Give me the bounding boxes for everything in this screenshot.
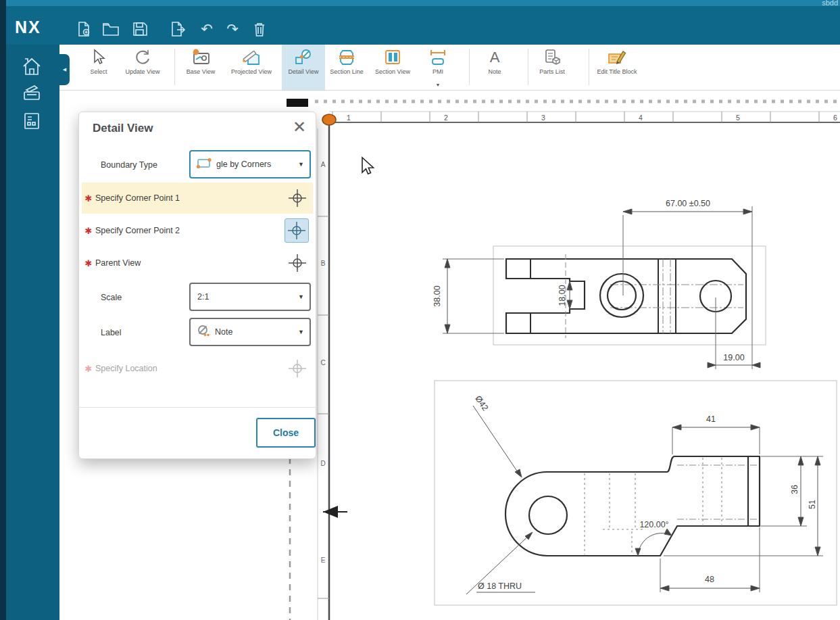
label-dropdown[interactable]: Note ▼ (189, 318, 311, 346)
pmi-dropdown-caret-icon[interactable]: ▼ (416, 82, 460, 87)
print-button[interactable] (20, 83, 43, 106)
ribbon-button-detail-view[interactable]: Detail View (282, 45, 325, 90)
view1-dimension-texts: 67.00 ±0.50 19.00 38.00 18.00 (433, 199, 745, 362)
ribbon-toolbar: Select Update View Base View (59, 45, 840, 91)
specify-corner-point-1-row[interactable]: ✱ Specify Corner Point 1 (82, 183, 313, 214)
ribbon-button-update-view[interactable]: Update View (121, 45, 164, 90)
export-icon (170, 21, 187, 37)
select-cursor-icon (77, 48, 120, 67)
boundary-type-label: Boundary Type (101, 160, 157, 170)
svg-text:D: D (320, 460, 325, 467)
view1-hidden-lines (566, 254, 743, 338)
note-label-icon (196, 324, 211, 340)
ribbon-button-base-view[interactable]: Base View (179, 45, 222, 90)
ribbon-button-section-view[interactable]: Section View (371, 45, 414, 90)
boundary-type-dropdown[interactable]: gle by Corners ▼ (189, 150, 311, 178)
svg-text:2: 2 (444, 114, 448, 122)
parts-list-icon (530, 48, 574, 67)
origin-point-marker[interactable] (322, 114, 336, 125)
trash-icon (252, 21, 267, 37)
crosshair-icon (289, 189, 306, 207)
detail-view-dialog: Detail View ✕ Boundary Type gle by Corne… (78, 112, 316, 459)
undo-button[interactable]: ↶ (197, 20, 216, 39)
view1-center-hole (608, 281, 636, 310)
ribbon-button-select[interactable]: Select (77, 45, 120, 90)
sheet-center-arrow (323, 506, 347, 518)
delete-button[interactable] (250, 20, 269, 39)
scale-label: Scale (101, 293, 122, 302)
zone-letters: A B C D E (320, 161, 325, 564)
dim-hole-callout: Ø 18 THRU (478, 581, 522, 591)
open-folder-icon (102, 21, 120, 37)
ribbon-button-parts-list[interactable]: Parts List (530, 45, 574, 90)
dropdown-caret-icon: ▼ (298, 161, 304, 168)
navigation-sidebar (0, 45, 59, 620)
ribbon-separator (469, 49, 470, 85)
view1-counterbore-circle (600, 274, 643, 317)
home-icon (21, 57, 43, 80)
export-button[interactable] (169, 20, 188, 39)
point-picker-button[interactable] (286, 187, 309, 210)
view1-dimension-lines (445, 209, 760, 368)
ribbon-separator (174, 49, 175, 85)
svg-text:1: 1 (347, 114, 351, 122)
dim-right-inner: 36 (790, 485, 799, 494)
ribbon-button-section-line[interactable]: Section Line (325, 45, 368, 90)
dim-slot: 18.00 (558, 285, 567, 306)
zone-ticks (318, 216, 329, 598)
pmi-icon (416, 48, 460, 67)
scale-value: 2:1 (197, 292, 298, 302)
ruler-ticks (332, 112, 819, 122)
save-button[interactable]: ▼ (130, 20, 149, 39)
view2-dimension-texts: 41 48 36 51 120.00° Ø42 Ø 18 THRU (473, 394, 817, 591)
redo-button[interactable]: ↷ (223, 20, 242, 39)
printer-icon (21, 83, 43, 106)
document-tag: sbdd (822, 0, 838, 7)
rectangle-by-corners-icon (196, 158, 212, 172)
specify-corner-point-2-row[interactable]: ✱ Specify Corner Point 2 (82, 215, 313, 246)
view1-part-outline[interactable] (506, 259, 746, 333)
specify-location-row: ✱ Specify Location (82, 353, 313, 384)
new-file-icon (76, 21, 92, 37)
svg-text:4: 4 (639, 114, 643, 122)
dim-right-outer: 51 (808, 500, 817, 509)
scale-dropdown[interactable]: 2:1 ▼ (189, 283, 311, 311)
ribbon-separator (589, 49, 589, 85)
ribbon-button-edit-title-block[interactable]: Edit Title Block (595, 45, 639, 90)
update-view-icon (121, 48, 164, 67)
nx-logo: NX (15, 18, 41, 37)
section-view-icon (371, 48, 414, 67)
new-file-button[interactable] (74, 20, 93, 39)
ribbon-button-note[interactable]: A Note (473, 45, 516, 90)
ruler-numbers: 1 2 3 4 5 6 (347, 114, 837, 122)
dialog-close-icon[interactable]: ✕ (293, 118, 306, 137)
view-picker-button[interactable] (286, 252, 309, 275)
ribbon-button-pmi[interactable]: PMI ▼ (416, 45, 460, 90)
ribbon-button-projected-view[interactable]: Projected View (230, 45, 273, 90)
close-button[interactable]: Close (256, 418, 316, 448)
dim-width: 67.00 ±0.50 (666, 199, 710, 208)
crosshair-icon (288, 222, 305, 239)
crosshair-icon (289, 254, 306, 272)
parent-view-row[interactable]: ✱ Parent View (82, 247, 313, 279)
dropdown-caret-icon: ▼ (298, 329, 304, 335)
nx-application-window: NX ▼ (0, 0, 840, 620)
save-icon (132, 21, 148, 37)
svg-text:6: 6 (833, 114, 837, 122)
view2-hole (529, 496, 567, 534)
sidebar-collapse-tab[interactable]: ◀ (59, 54, 70, 85)
label-label: Label (101, 328, 122, 337)
mouse-cursor (359, 156, 375, 179)
svg-text:C: C (320, 359, 325, 366)
point-picker-button-selected[interactable] (285, 218, 309, 243)
open-file-button[interactable] (101, 20, 120, 39)
projected-view-icon (230, 48, 273, 67)
dialog-title: Detail View (93, 122, 153, 135)
dim-height: 38.00 (433, 285, 442, 306)
dim-angle: 120.00° (639, 520, 668, 529)
location-picker-button-disabled (286, 357, 309, 380)
view1-border[interactable] (493, 246, 766, 345)
home-button[interactable] (20, 57, 43, 80)
panel-button[interactable] (20, 111, 43, 134)
dropdown-caret-icon: ▼ (298, 293, 304, 300)
